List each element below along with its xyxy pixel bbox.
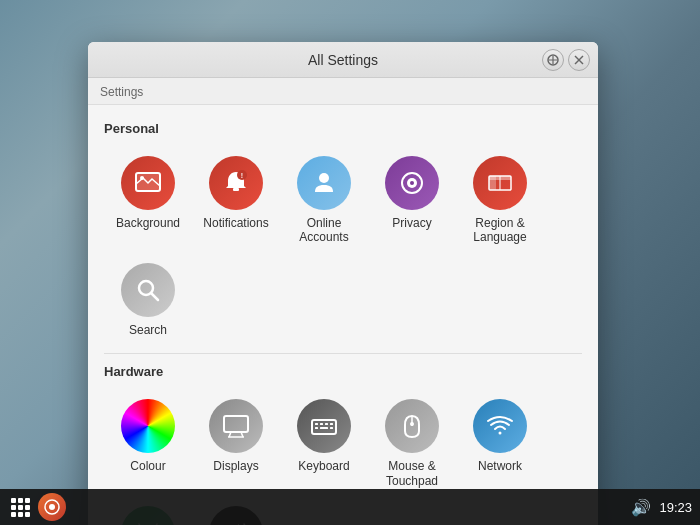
colour-icon bbox=[121, 399, 175, 453]
taskbar: 🔊 19:23 bbox=[0, 489, 700, 525]
settings-item-online-accounts[interactable]: Online Accounts bbox=[280, 146, 368, 253]
settings-item-background[interactable]: Background bbox=[104, 146, 192, 253]
settings-item-mouse-touchpad[interactable]: Mouse & Touchpad bbox=[368, 389, 456, 496]
all-settings-dialog: All Settings Settings Personal Backgroun… bbox=[88, 42, 598, 525]
settings-item-region-language[interactable]: Region & Language bbox=[456, 146, 544, 253]
svg-point-34 bbox=[410, 422, 414, 426]
notifications-icon: ! bbox=[209, 156, 263, 210]
svg-rect-26 bbox=[315, 423, 318, 425]
settings-item-keyboard[interactable]: Keyboard bbox=[280, 389, 368, 496]
svg-point-11 bbox=[319, 173, 329, 183]
background-label: Background bbox=[116, 216, 180, 230]
privacy-label: Privacy bbox=[392, 216, 431, 230]
online-accounts-icon bbox=[297, 156, 351, 210]
pin-button[interactable] bbox=[542, 49, 564, 71]
network-label: Network bbox=[478, 459, 522, 473]
breadcrumb-text: Settings bbox=[100, 85, 143, 99]
settings-item-notifications[interactable]: ! Notifications bbox=[192, 146, 280, 253]
privacy-icon bbox=[385, 156, 439, 210]
close-button[interactable] bbox=[568, 49, 590, 71]
dialog-title: All Settings bbox=[308, 52, 378, 68]
svg-rect-31 bbox=[320, 427, 328, 429]
dialog-controls bbox=[542, 49, 590, 71]
svg-point-14 bbox=[410, 181, 414, 185]
settings-item-displays[interactable]: Displays bbox=[192, 389, 280, 496]
divider-hardware bbox=[104, 353, 582, 354]
settings-item-search[interactable]: Search bbox=[104, 253, 192, 345]
taskbar-left bbox=[8, 493, 66, 521]
notifications-label: Notifications bbox=[203, 216, 268, 230]
svg-rect-21 bbox=[224, 416, 248, 432]
svg-point-53 bbox=[49, 504, 55, 510]
region-language-label: Region & Language bbox=[462, 216, 538, 245]
svg-rect-32 bbox=[330, 427, 333, 429]
svg-rect-8 bbox=[233, 188, 239, 191]
online-accounts-label: Online Accounts bbox=[286, 216, 362, 245]
personal-items-grid: Background ! Notifications Online Accoun… bbox=[104, 146, 582, 345]
network-icon bbox=[473, 399, 527, 453]
running-app-icon[interactable] bbox=[38, 493, 66, 521]
displays-label: Displays bbox=[213, 459, 258, 473]
volume-icon[interactable]: 🔊 bbox=[631, 498, 651, 517]
keyboard-label: Keyboard bbox=[298, 459, 349, 473]
background-icon bbox=[121, 156, 175, 210]
search-icon bbox=[121, 263, 175, 317]
apps-grid-icon bbox=[11, 498, 30, 517]
svg-rect-27 bbox=[320, 423, 323, 425]
svg-line-20 bbox=[151, 293, 158, 300]
settings-item-colour[interactable]: Colour bbox=[104, 389, 192, 496]
region-language-icon bbox=[473, 156, 527, 210]
svg-rect-28 bbox=[325, 423, 328, 425]
svg-rect-30 bbox=[315, 427, 318, 429]
clock: 19:23 bbox=[659, 500, 692, 515]
svg-text:!: ! bbox=[241, 172, 243, 179]
displays-icon bbox=[209, 399, 263, 453]
taskbar-right: 🔊 19:23 bbox=[631, 498, 692, 517]
svg-point-7 bbox=[140, 176, 144, 180]
mouse-touchpad-icon bbox=[385, 399, 439, 453]
svg-rect-18 bbox=[489, 176, 511, 180]
dialog-titlebar: All Settings bbox=[88, 42, 598, 78]
settings-content: Personal Background ! Notifications Onli… bbox=[88, 105, 598, 525]
apps-button[interactable] bbox=[8, 495, 32, 519]
section-hardware-label: Hardware bbox=[104, 364, 582, 379]
search-label: Search bbox=[129, 323, 167, 337]
keyboard-icon bbox=[297, 399, 351, 453]
svg-rect-29 bbox=[330, 423, 333, 425]
mouse-touchpad-label: Mouse & Touchpad bbox=[374, 459, 450, 488]
settings-item-network[interactable]: Network bbox=[456, 389, 544, 496]
settings-item-privacy[interactable]: Privacy bbox=[368, 146, 456, 253]
colour-label: Colour bbox=[130, 459, 165, 473]
section-personal-label: Personal bbox=[104, 121, 582, 136]
breadcrumb: Settings bbox=[88, 78, 598, 105]
